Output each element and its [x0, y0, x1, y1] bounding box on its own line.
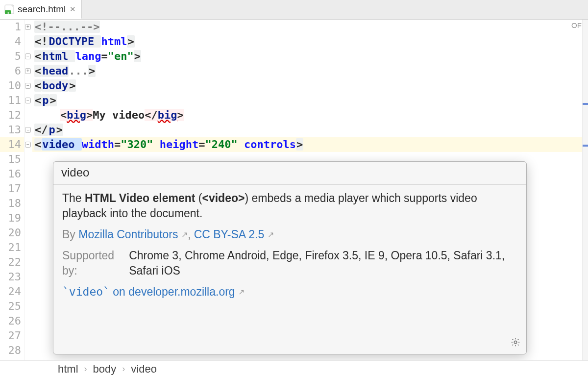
- line-number: 18: [0, 196, 24, 211]
- license-link[interactable]: CC BY-SA 2.5 ↗: [194, 228, 274, 241]
- fold-end-icon[interactable]: −: [25, 127, 31, 133]
- file-tab-label: search.html: [18, 4, 66, 15]
- breadcrumb-item[interactable]: body: [93, 363, 117, 376]
- svg-point-3: [514, 341, 516, 343]
- external-link-icon: ↗: [181, 230, 188, 239]
- chevron-right-icon: ›: [122, 364, 125, 374]
- line-number: 26: [0, 314, 24, 328]
- supported-by-label: Supported by:: [62, 248, 114, 278]
- doc-description: The HTML Video element (<video>) embeds …: [62, 191, 517, 221]
- line-number: 1: [0, 20, 24, 34]
- line-number: 15: [0, 152, 24, 167]
- external-link-icon: ↗: [238, 288, 245, 296]
- quick-doc-popup: video The HTML Video element (<video>) e…: [53, 161, 527, 354]
- breadcrumb-item[interactable]: html: [58, 363, 78, 376]
- mozilla-contributors-link[interactable]: Mozilla Contributors ↗: [78, 228, 188, 241]
- fold-collapse-icon[interactable]: −: [25, 142, 31, 148]
- file-tab[interactable]: H search.html ✕: [0, 0, 82, 19]
- doc-popup-body: The HTML Video element (<video>) embeds …: [53, 185, 526, 309]
- line-number: 14: [0, 137, 24, 152]
- scroll-marker[interactable]: [583, 145, 588, 147]
- line-number: 20: [0, 226, 24, 240]
- line-number: 12: [0, 108, 24, 123]
- code-line[interactable]: <!DOCTYPE html>: [32, 34, 588, 49]
- html-file-icon: H: [4, 4, 15, 15]
- code-line[interactable]: <html lang="en">: [32, 49, 588, 64]
- line-number: 5: [0, 49, 24, 64]
- line-number: 4: [0, 34, 24, 49]
- fold-collapse-icon[interactable]: −: [25, 98, 31, 103]
- gear-icon[interactable]: [511, 337, 520, 349]
- line-number: 16: [0, 167, 24, 181]
- line-number: 21: [0, 240, 24, 255]
- code-line[interactable]: <big>My video</big>: [32, 108, 588, 123]
- fold-collapse-icon[interactable]: −: [25, 53, 31, 59]
- code-line[interactable]: </p>: [32, 123, 588, 137]
- line-number: 23: [0, 270, 24, 284]
- supported-by-values: Chrome 3, Chrome Android, Edge, Firefox …: [129, 248, 517, 278]
- line-number: 28: [0, 343, 24, 358]
- code-line-current[interactable]: <video width="320" height="240" controls…: [32, 137, 588, 152]
- line-number: 27: [0, 328, 24, 343]
- close-tab-icon[interactable]: ✕: [69, 5, 76, 13]
- doc-popup-title: video: [53, 162, 526, 185]
- line-number: 25: [0, 299, 24, 314]
- breadcrumb: html › body › video: [0, 360, 588, 377]
- tab-strip: H search.html ✕: [0, 0, 588, 20]
- line-number: 19: [0, 211, 24, 226]
- scroll-marker[interactable]: [583, 103, 588, 105]
- external-link-icon: ↗: [268, 230, 274, 239]
- fold-expand-icon[interactable]: +: [25, 24, 31, 30]
- code-line[interactable]: <body>: [32, 78, 588, 93]
- code-line[interactable]: <head...>: [32, 64, 588, 78]
- svg-text:H: H: [7, 11, 9, 14]
- line-number: 24: [0, 284, 24, 299]
- code-line[interactable]: <!--...-->: [32, 20, 588, 34]
- code-line[interactable]: <p>: [32, 93, 588, 108]
- chevron-right-icon: ›: [84, 364, 87, 374]
- doc-attribution: By Mozilla Contributors ↗, CC BY-SA 2.5 …: [62, 227, 517, 242]
- line-number: 22: [0, 255, 24, 270]
- gutter: 1 4 5 6 10 11 12 13 14 15 16 17 18 19 20…: [0, 20, 24, 360]
- fold-collapse-icon[interactable]: −: [25, 83, 31, 89]
- editor-scrollbar[interactable]: [582, 20, 588, 360]
- breadcrumb-item[interactable]: video: [131, 363, 157, 376]
- fold-column: + − + − − − −: [24, 20, 32, 360]
- line-number: 6: [0, 64, 24, 78]
- mdn-link[interactable]: `video` on developer.mozilla.org ↗: [62, 285, 245, 298]
- line-number: 17: [0, 181, 24, 196]
- doc-supported-by: Supported by: Chrome 3, Chrome Android, …: [62, 248, 517, 278]
- line-number: 13: [0, 123, 24, 137]
- line-number: 10: [0, 78, 24, 93]
- line-number: 11: [0, 93, 24, 108]
- fold-expand-icon[interactable]: +: [25, 68, 31, 74]
